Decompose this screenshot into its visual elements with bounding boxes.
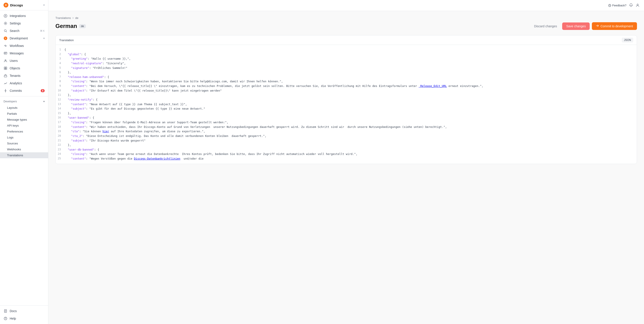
sidebar-divider xyxy=(0,96,48,96)
main-content: Feedback? Translations > de German de Di… xyxy=(48,0,644,324)
sidebar-item-label: Integrations xyxy=(10,14,26,18)
code-line: 6 }, xyxy=(56,70,637,75)
discard-changes-button[interactable]: Discard changes xyxy=(531,23,560,30)
code-line: 20 "cta_2": "Diese Entscheidung ist endg… xyxy=(56,134,637,138)
code-line: 4 "neutral-signature": "Sincerely", xyxy=(56,61,637,66)
svg-rect-9 xyxy=(4,76,7,77)
messages-icon xyxy=(4,51,8,55)
sidebar-sub-item-sources[interactable]: Sources xyxy=(0,140,48,146)
breadcrumb-separator: > xyxy=(72,16,74,20)
code-line: 13 "content": "Neue Antwort auf {{ type … xyxy=(56,102,637,107)
sidebar-sub-item-preferences[interactable]: Preferences xyxy=(0,129,48,135)
code-line: 15 }, xyxy=(56,111,637,116)
sidebar-sub-item-api-keys[interactable]: API keys xyxy=(0,123,48,129)
page-heading: German xyxy=(56,23,77,30)
sidebar-item-label: Settings xyxy=(10,22,21,25)
sidebar-item-label: Docs xyxy=(10,309,17,313)
feedback-button[interactable]: Feedback? xyxy=(608,4,626,7)
sidebar-sub-item-layouts[interactable]: Layouts xyxy=(0,105,48,111)
help-icon xyxy=(4,316,8,320)
code-line: 9 "content": "Bei dem Versuch, \"{{ rele… xyxy=(56,84,637,89)
code-line: 19 "cta": "Sie können hier auf Ihre Kont… xyxy=(56,129,637,134)
app-logo[interactable]: DiscogsD Discogs xyxy=(4,3,23,8)
breadcrumb: Translations > de xyxy=(56,16,637,20)
developers-section[interactable]: Developers ▾ xyxy=(0,98,48,105)
integrations-icon xyxy=(4,14,8,18)
sidebar-sub-item-partials[interactable]: Partials xyxy=(0,111,48,117)
docs-icon xyxy=(4,309,8,313)
sidebar-item-analytics[interactable]: Analytics xyxy=(0,80,48,87)
code-line: 3 "greeting": "Hallo {{ username }},", xyxy=(56,57,637,61)
commits-icon xyxy=(4,89,8,93)
sidebar-item-users[interactable]: Users xyxy=(0,57,48,65)
code-line: 25 "content": "Wegen Verstößen gegen die… xyxy=(56,157,637,161)
sidebar-item-label: Objects xyxy=(10,67,20,70)
editor-header: Translation JSON xyxy=(56,36,637,45)
topbar: Feedback? xyxy=(48,0,644,11)
sidebar-item-commits[interactable]: Commits 8 xyxy=(0,87,48,94)
title-actions: Discard changes Save changes Commit to d… xyxy=(531,22,637,30)
svg-point-13 xyxy=(5,319,6,319)
editor-card: Translation JSON 1{2 "global": {3 "greet… xyxy=(56,35,637,164)
code-line: 10 "subject": "Ihr Entwurf mit dem Titel… xyxy=(56,89,637,93)
json-button[interactable]: JSON xyxy=(622,38,633,43)
chevron-down-icon[interactable]: ▾ xyxy=(43,4,45,7)
sidebar-item-search[interactable]: Search ⌘ K xyxy=(0,27,48,35)
code-line: 1{ xyxy=(56,48,637,52)
svg-point-4 xyxy=(5,60,6,61)
lang-badge: de xyxy=(79,24,86,28)
sidebar-nav: Integrations Settings Search ⌘ K Develop… xyxy=(0,10,48,305)
analytics-icon xyxy=(4,81,8,85)
search-shortcut: ⌘ K xyxy=(40,30,45,32)
sidebar-item-tenants[interactable]: Tenants xyxy=(0,72,48,80)
sidebar-sub-item-webhooks[interactable]: Webhooks xyxy=(0,146,48,152)
logo-icon: DiscogsD xyxy=(4,3,8,8)
save-changes-button[interactable]: Save changes xyxy=(562,23,590,30)
development-icon xyxy=(4,36,8,40)
editor-title: Translation xyxy=(59,39,74,42)
svg-point-12 xyxy=(4,317,7,320)
tenants-icon xyxy=(4,74,8,78)
notifications-icon[interactable] xyxy=(629,3,633,8)
sidebar-item-messages[interactable]: Messages xyxy=(0,50,48,57)
page: Translations > de German de Discard chan… xyxy=(48,11,644,324)
sidebar-item-workflows[interactable]: Workflows xyxy=(0,42,48,50)
sidebar-item-help[interactable]: Help xyxy=(0,315,48,322)
sidebar-item-label: Messages xyxy=(10,52,24,55)
commit-to-development-button[interactable]: Commit to development xyxy=(592,22,637,30)
sidebar-item-settings[interactable]: Settings xyxy=(0,20,48,27)
sidebar: DiscogsD Discogs ▾ Integrations Settings… xyxy=(0,0,48,324)
svg-rect-5 xyxy=(4,67,6,68)
code-line: 14 "subject": "Es gibt für den auf Disco… xyxy=(56,107,637,111)
sidebar-item-label: Tenants xyxy=(10,74,20,78)
sidebar-item-label: Development xyxy=(10,37,28,40)
commit-icon xyxy=(596,24,599,28)
breadcrumb-current: de xyxy=(75,16,78,20)
code-line: 11 }, xyxy=(56,93,637,98)
sidebar-item-label: Analytics xyxy=(10,82,22,85)
page-title: German de xyxy=(56,23,86,30)
sidebar-item-objects[interactable]: Objects xyxy=(0,65,48,72)
sidebar-item-integrations[interactable]: Integrations xyxy=(0,12,48,20)
sidebar-item-label: Help xyxy=(10,317,16,320)
svg-rect-8 xyxy=(6,69,7,70)
code-area[interactable]: 1{2 "global": {3 "greeting": "Hallo {{ u… xyxy=(56,45,637,164)
breadcrumb-parent[interactable]: Translations xyxy=(56,16,71,20)
code-line: 22 }, xyxy=(56,143,637,147)
chevron-down-icon: ▾ xyxy=(43,100,45,103)
sidebar-bottom: Docs Help xyxy=(0,305,48,324)
commits-badge: 8 xyxy=(41,89,45,92)
developers-label: Developers xyxy=(4,100,17,103)
code-line: 24 "closing": "Auch wenn unser Team gern… xyxy=(56,152,637,157)
svg-point-1 xyxy=(5,23,6,24)
code-line: 16 "user-banned": { xyxy=(56,116,637,120)
code-line: 2 "global": { xyxy=(56,52,637,57)
sidebar-sub-item-message-types[interactable]: Message types xyxy=(0,117,48,123)
code-line: 8 "closing": "Wenn Sie immer noch Schwie… xyxy=(56,79,637,84)
user-icon[interactable] xyxy=(636,3,640,8)
sidebar-item-development[interactable]: Development ▾ xyxy=(0,35,48,42)
sidebar-item-docs[interactable]: Docs xyxy=(0,307,48,315)
svg-point-10 xyxy=(5,90,6,91)
sidebar-sub-item-logs[interactable]: Logs xyxy=(0,135,48,140)
sidebar-sub-item-translations[interactable]: Translations xyxy=(0,152,48,158)
